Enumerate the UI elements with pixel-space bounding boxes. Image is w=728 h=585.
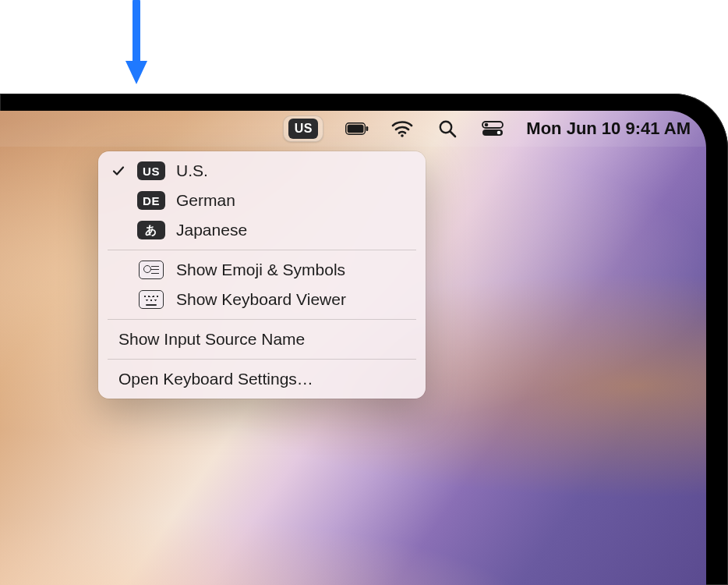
menu-item-open-keyboard-settings[interactable]: Open Keyboard Settings… xyxy=(98,364,426,394)
input-source-badge-de: DE xyxy=(137,191,165,210)
input-source-badge-us: US xyxy=(137,161,165,180)
input-source-badge: US xyxy=(288,119,318,139)
menu-separator xyxy=(108,250,416,250)
menu-item-label: Japanese xyxy=(176,221,413,239)
keyboard-viewer-icon xyxy=(139,290,164,309)
menu-item-label: U.S. xyxy=(176,161,413,180)
checkmark-icon xyxy=(111,165,126,177)
menu-item-show-input-source-name[interactable]: Show Input Source Name xyxy=(98,324,426,354)
input-source-item-japanese[interactable]: あ Japanese xyxy=(98,215,426,245)
input-source-item-german[interactable]: DE German xyxy=(98,186,426,215)
character-viewer-icon xyxy=(139,261,164,279)
battery-icon[interactable] xyxy=(345,117,369,140)
menubar-datetime[interactable]: Mon Jun 10 9:41 AM xyxy=(526,119,691,139)
input-source-menu-button[interactable]: US xyxy=(283,115,323,142)
pointer-arrow xyxy=(125,0,147,86)
svg-point-9 xyxy=(485,123,489,127)
svg-point-11 xyxy=(497,131,501,135)
device-frame: US xyxy=(0,94,728,585)
input-source-item-us[interactable]: US U.S. xyxy=(98,156,426,186)
menu-item-label: Show Input Source Name xyxy=(118,330,413,349)
wifi-icon[interactable] xyxy=(391,117,414,140)
menu-separator xyxy=(108,319,416,320)
menu-item-label: Show Keyboard Viewer xyxy=(176,290,413,309)
input-source-menu: US U.S. DE German あ Japanese Show Emoji … xyxy=(98,151,426,399)
svg-line-7 xyxy=(451,132,456,137)
menu-item-show-emoji[interactable]: Show Emoji & Symbols xyxy=(98,255,426,285)
menubar: US xyxy=(0,111,706,147)
control-center-icon[interactable] xyxy=(481,117,504,140)
svg-rect-4 xyxy=(366,126,369,131)
svg-point-5 xyxy=(401,134,405,137)
svg-rect-3 xyxy=(348,125,364,133)
menu-item-label: Open Keyboard Settings… xyxy=(118,370,413,388)
desktop-screen: US xyxy=(0,111,706,585)
menu-separator xyxy=(108,359,416,360)
spotlight-search-icon[interactable] xyxy=(436,117,459,140)
menu-item-label: German xyxy=(176,191,413,210)
input-source-badge-jp: あ xyxy=(137,221,165,239)
menu-item-label: Show Emoji & Symbols xyxy=(176,261,413,279)
menu-item-show-keyboard-viewer[interactable]: Show Keyboard Viewer xyxy=(98,285,426,314)
svg-marker-1 xyxy=(125,61,147,84)
